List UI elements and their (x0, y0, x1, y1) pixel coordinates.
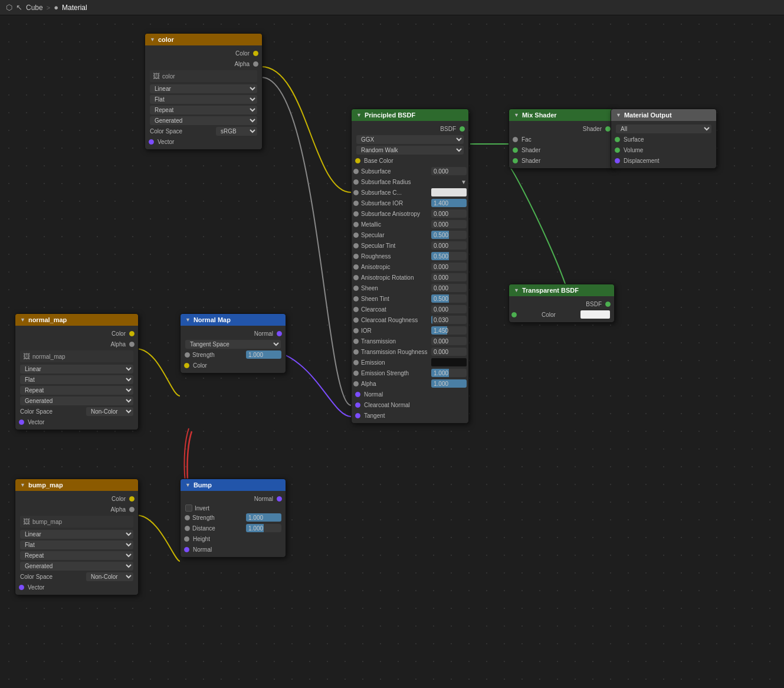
clearcoat-socket[interactable] (353, 307, 359, 312)
nm-linear-dropdown[interactable]: Linear (20, 365, 133, 374)
collapse-icon[interactable]: ▼ (185, 482, 191, 488)
generated-dropdown[interactable]: Generated (150, 116, 257, 125)
anisotropic-value[interactable]: 0.000 (431, 263, 467, 271)
bm-generated-dropdown[interactable]: Generated (20, 562, 133, 571)
subsurface-value[interactable]: 0.000 (431, 167, 467, 175)
clearcoat-value[interactable]: 0.000 (431, 305, 467, 313)
collapse-icon[interactable]: ▼ (356, 112, 362, 118)
bump-normal-socket[interactable] (184, 547, 189, 552)
collapse-icon[interactable]: ▼ (514, 112, 519, 118)
surface-socket[interactable] (615, 137, 620, 142)
nm-strength-value[interactable]: 1.000 (246, 350, 281, 359)
bump-normal-output-socket[interactable] (277, 496, 282, 502)
flat-dropdown[interactable]: Flat (150, 95, 257, 104)
ior-socket[interactable] (353, 328, 359, 333)
emission-strength-socket[interactable] (353, 371, 359, 376)
bm-color-output-socket[interactable] (129, 496, 135, 502)
shader2-socket[interactable] (513, 158, 518, 163)
invert-checkbox[interactable] (185, 504, 192, 512)
bm-repeat-dropdown[interactable]: Repeat (20, 551, 133, 560)
nm-strength-socket[interactable] (185, 352, 190, 358)
collapse-icon[interactable]: ▼ (514, 287, 519, 293)
bm-vector-socket[interactable] (19, 585, 24, 590)
random-walk-dropdown[interactable]: Random Walk (356, 146, 464, 155)
roughness-socket[interactable] (353, 254, 359, 259)
clearcoat-normal-socket[interactable] (355, 402, 360, 408)
base-color-socket[interactable] (355, 158, 360, 163)
transmission-value[interactable]: 0.000 (431, 337, 467, 345)
collapse-icon[interactable]: ▼ (20, 317, 25, 323)
transparent-color-swatch[interactable] (580, 310, 610, 319)
bump-distance-value[interactable]: 1.000 (246, 524, 281, 532)
normal-input-socket[interactable] (355, 392, 360, 397)
nm-color-input-socket[interactable] (184, 363, 189, 368)
trans-rough-value[interactable]: 0.000 (431, 348, 467, 356)
subsurface-ior-value[interactable]: 1.400 (431, 199, 467, 207)
metallic-value[interactable]: 0.000 (431, 220, 467, 228)
bm-colorspace-dropdown[interactable]: Non-Color (86, 572, 133, 581)
subsurface-aniso-value[interactable]: 0.000 (431, 209, 467, 218)
bm-image-preview[interactable]: 🖼 bump_map (20, 516, 133, 528)
ior-value[interactable]: 1.450 (431, 326, 467, 335)
subsurface-radius-socket[interactable] (353, 179, 359, 185)
subsurface-ior-socket[interactable] (353, 201, 359, 206)
cube-label[interactable]: Cube (26, 4, 43, 12)
clearcoat-rough-value[interactable]: 0.030 (431, 316, 467, 324)
subsurface-aniso-socket[interactable] (353, 211, 359, 217)
displacement-socket[interactable] (615, 158, 620, 163)
alpha-value[interactable]: 1.000 (431, 379, 467, 388)
emission-strength-value[interactable]: 1.000 (431, 369, 467, 377)
linear-dropdown[interactable]: Linear (150, 84, 257, 93)
color-image-preview[interactable]: 🖼 color (150, 70, 257, 82)
tangent-socket[interactable] (355, 413, 360, 418)
shader1-socket[interactable] (513, 148, 518, 153)
sheen-value[interactable]: 0.000 (431, 284, 467, 292)
bump-height-socket[interactable] (184, 536, 189, 542)
transparent-bsdf-socket[interactable] (605, 302, 611, 307)
collapse-icon[interactable]: ▼ (20, 482, 25, 488)
repeat-dropdown[interactable]: Repeat (150, 106, 257, 114)
mix-shader-output-socket[interactable] (605, 126, 611, 132)
sheen-tint-socket[interactable] (353, 296, 359, 302)
bump-strength-value[interactable]: 1.000 (246, 513, 281, 522)
emission-socket[interactable] (353, 360, 359, 365)
nm-color-output-socket[interactable] (129, 331, 135, 336)
sheen-socket[interactable] (353, 286, 359, 291)
collapse-icon[interactable]: ▼ (185, 317, 191, 323)
nm-flat-dropdown[interactable]: Flat (20, 375, 133, 384)
specular-tint-socket[interactable] (353, 243, 359, 248)
metallic-socket[interactable] (353, 222, 359, 227)
nm-alpha-output-socket[interactable] (129, 342, 135, 347)
trans-rough-socket[interactable] (353, 349, 359, 355)
bump-distance-socket[interactable] (185, 526, 190, 531)
color-output-socket[interactable] (253, 51, 258, 56)
collapse-icon[interactable]: ▼ (150, 37, 155, 42)
transmission-socket[interactable] (353, 339, 359, 344)
nm-image-preview[interactable]: 🖼 normal_map (20, 350, 133, 362)
alpha-socket[interactable] (353, 381, 359, 386)
subsurface-c-socket[interactable] (353, 190, 359, 195)
vector-input-socket[interactable] (149, 139, 154, 145)
all-dropdown[interactable]: All (616, 125, 711, 133)
nm-repeat-dropdown[interactable]: Repeat (20, 386, 133, 395)
volume-socket[interactable] (615, 148, 620, 153)
bm-linear-dropdown[interactable]: Linear (20, 530, 133, 539)
specular-socket[interactable] (353, 232, 359, 238)
colorspace-dropdown[interactable]: sRGB (216, 127, 257, 136)
node-canvas[interactable]: ▼ color Color Alpha 🖼 color Linear (0, 15, 784, 688)
ggx-dropdown[interactable]: GGX (356, 135, 464, 144)
fac-socket[interactable] (513, 137, 518, 142)
alpha-output-socket[interactable] (253, 61, 258, 67)
bm-alpha-output-socket[interactable] (129, 507, 135, 512)
bsdf-output-socket[interactable] (460, 126, 465, 132)
aniso-rot-value[interactable]: 0.000 (431, 273, 467, 281)
specular-value[interactable]: 0.500 (431, 231, 467, 239)
anisotropic-socket[interactable] (353, 264, 359, 270)
subsurface-socket[interactable] (353, 169, 359, 174)
bump-strength-socket[interactable] (185, 515, 190, 520)
nm-tangent-dropdown[interactable]: Tangent Space (185, 340, 281, 349)
specular-tint-value[interactable]: 0.000 (431, 241, 467, 250)
bm-flat-dropdown[interactable]: Flat (20, 540, 133, 549)
sheen-tint-value[interactable]: 0.500 (431, 294, 467, 303)
clearcoat-rough-socket[interactable] (353, 317, 359, 323)
